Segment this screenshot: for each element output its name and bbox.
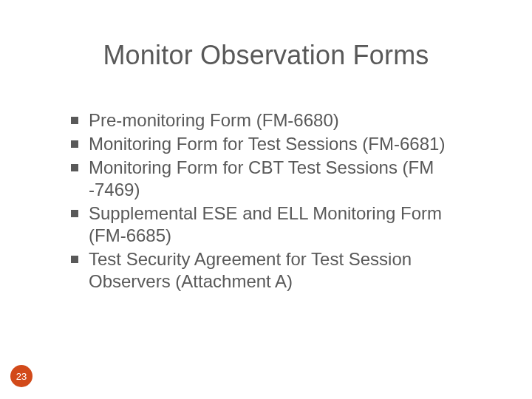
list-item: Test Security Agreement for Test Session… [71, 248, 479, 293]
slide-title: Monitor Observation Forms [0, 40, 532, 71]
bullet-icon [71, 210, 78, 217]
slide: Monitor Observation Forms Pre-monitoring… [0, 0, 532, 399]
bullet-icon [71, 117, 78, 124]
list-item-text: Test Security Agreement for Test Session… [89, 248, 479, 293]
list-item: Monitoring Form for Test Sessions (FM-66… [71, 133, 479, 155]
bullet-icon [71, 140, 78, 148]
list-item: Supplemental ESE and ELL Monitoring Form… [71, 202, 479, 247]
list-item-text: Monitoring Form for CBT Test Sessions (F… [89, 157, 479, 201]
list-item-text: Monitoring Form for Test Sessions (FM-66… [89, 133, 479, 155]
list-item: Monitoring Form for CBT Test Sessions (F… [71, 157, 479, 201]
list-item: Pre-monitoring Form (FM-6680) [71, 109, 479, 132]
bullet-icon [71, 256, 78, 263]
list-item-text: Pre-monitoring Form (FM-6680) [89, 109, 479, 132]
list-item-text: Supplemental ESE and ELL Monitoring Form… [89, 202, 479, 247]
slide-body: Pre-monitoring Form (FM-6680) Monitoring… [71, 109, 479, 294]
page-number-badge: 23 [10, 365, 33, 387]
bullet-icon [71, 164, 78, 171]
